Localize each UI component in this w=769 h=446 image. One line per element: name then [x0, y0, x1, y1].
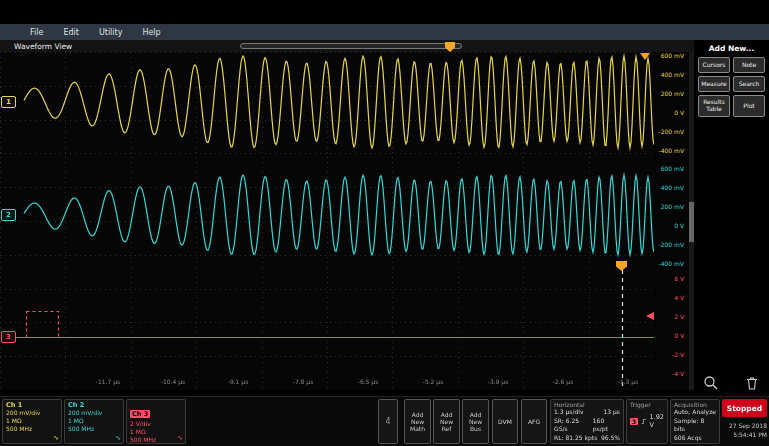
- add-new-button-grid: Cursors Note Measure Search Results Tabl…: [694, 57, 769, 117]
- sine-icon: ∿: [115, 434, 121, 442]
- add-new-math-button[interactable]: Add New Math: [404, 399, 431, 444]
- dvm-button[interactable]: DVM: [492, 399, 518, 444]
- channel-3-scale: 2 V/div: [130, 420, 182, 428]
- channel-4-button[interactable]: 4: [378, 399, 398, 444]
- acquisition-mode: Auto,: [674, 408, 690, 417]
- channel-2-scale: 200 mV/div: [68, 409, 120, 417]
- afg-button[interactable]: AFG: [521, 399, 547, 444]
- channel-3-termination: 1 MΩ: [130, 428, 182, 436]
- menu-utility[interactable]: Utility: [99, 28, 123, 37]
- axis-label: -200 mV: [659, 241, 684, 248]
- axis-label: 200 mV: [661, 90, 684, 97]
- axis-label: -400 mV: [659, 260, 684, 267]
- channel-3-flag[interactable]: 3: [1, 331, 16, 343]
- horizontal-sample-rate: SR: 6.25 GS/s: [554, 417, 593, 434]
- axis-label: 0 V: [674, 332, 684, 339]
- add-new-bus-button[interactable]: Add New Bus: [462, 399, 489, 444]
- channel-2-badge[interactable]: Ch 2 200 mV/div 1 MΩ 500 MHz ∿: [64, 399, 124, 444]
- waveform-display[interactable]: 600 mV400 mV200 mV0 V-200 mV-400 mV600 m…: [0, 52, 694, 390]
- channel-1-badge[interactable]: Ch 1 200 mV/div 1 MΩ 500 MHz ∿: [2, 399, 62, 444]
- time-label: -6.5 μs: [358, 378, 379, 385]
- channel-2-flag[interactable]: 2: [1, 209, 16, 221]
- run-stop-button[interactable]: Stopped: [722, 399, 767, 417]
- menu-help[interactable]: Help: [142, 28, 160, 37]
- trash-icon[interactable]: [743, 374, 761, 392]
- channel-3-bandwidth: 500 MHz: [130, 436, 182, 444]
- cursors-button[interactable]: Cursors: [698, 57, 730, 73]
- axis-label: -4 V: [672, 370, 684, 377]
- time-label: -7.8 μs: [293, 378, 314, 385]
- channel-1-scale: 200 mV/div: [6, 409, 58, 417]
- trigger-source-chip: 3: [630, 418, 638, 425]
- time-label: -3.9 μs: [488, 378, 509, 385]
- datetime: 27 Sep 2018 5:54:41 PM: [710, 421, 767, 439]
- channel-1-name: Ch 1: [6, 401, 58, 409]
- channel-2-termination: 1 MΩ: [68, 417, 120, 425]
- axis-label: -2 V: [672, 351, 684, 358]
- channel-2-name: Ch 2: [68, 401, 120, 409]
- edge-trigger-icon: [641, 416, 646, 427]
- axis-label: 200 mV: [661, 203, 684, 210]
- zoom-icon[interactable]: [702, 374, 720, 392]
- trigger-badge[interactable]: Trigger 3 1.92 V: [626, 399, 668, 444]
- results-table-button[interactable]: Results Table: [698, 95, 730, 117]
- channel-3-badge[interactable]: Ch 3 2 V/div 1 MΩ 500 MHz ∿: [126, 399, 186, 444]
- axis-label: 4 V: [674, 294, 684, 301]
- axis-label: 0 V: [674, 222, 684, 229]
- note-button[interactable]: Note: [733, 57, 765, 73]
- trigger-level: 1.92 V: [650, 413, 664, 429]
- add-new-panel: Add New... Cursors Note Measure Search R…: [694, 40, 769, 396]
- plot-button[interactable]: Plot: [733, 95, 765, 117]
- add-new-ref-button[interactable]: Add New Ref: [433, 399, 460, 444]
- axis-label: 6 V: [674, 275, 684, 282]
- horizontal-trigger-percent: 96.5%: [601, 434, 620, 443]
- tab-waveform-view[interactable]: Waveform View: [14, 42, 72, 51]
- axis-label: 400 mV: [661, 184, 684, 191]
- time-label: -10.4 μs: [161, 378, 185, 385]
- search-button[interactable]: Search: [733, 76, 765, 92]
- channel-1-flag[interactable]: 1: [1, 96, 16, 108]
- axis-label: 0 V: [674, 109, 684, 116]
- trigger-title: Trigger: [630, 401, 664, 408]
- settings-bar: Ch 1 200 mV/div 1 MΩ 500 MHz ∿ Ch 2 200 …: [0, 396, 769, 446]
- acquisition-analyze[interactable]: Analyze: [692, 408, 716, 417]
- measure-button[interactable]: Measure: [698, 76, 730, 92]
- oscilloscope-app: File Edit Utility Help Waveform View 600…: [0, 0, 769, 446]
- sine-icon: ∿: [177, 434, 183, 442]
- channel-1-bandwidth: 500 MHz: [6, 425, 58, 433]
- time-label: -1.3 μs: [618, 378, 639, 385]
- add-new-title: Add New...: [694, 44, 769, 53]
- axis-label: 600 mV: [661, 165, 684, 172]
- graticule-tools: [694, 374, 769, 392]
- acquisition-title: Acquisition: [674, 401, 716, 408]
- axis-label: -200 mV: [659, 128, 684, 135]
- axis-label: 600 mV: [661, 52, 684, 59]
- trigger-corner-indicator: [640, 53, 650, 60]
- pan-position-marker[interactable]: [445, 42, 455, 52]
- horizontal-duration: 13 μs: [604, 408, 621, 417]
- date: 27 Sep 2018: [710, 421, 767, 430]
- acquisition-count: 606 Acqs: [674, 434, 702, 443]
- time: 5:54:41 PM: [710, 430, 767, 439]
- horizontal-title: Horizontal: [554, 401, 620, 408]
- menu-bar: File Edit Utility Help: [0, 24, 769, 40]
- horizontal-badge[interactable]: Horizontal 1.3 μs/div 13 μs SR: 6.25 GS/…: [550, 399, 624, 444]
- view-tab-row: Waveform View: [0, 40, 694, 52]
- time-label: -5.2 μs: [423, 378, 444, 385]
- horizontal-pan-scrollbar[interactable]: [240, 43, 462, 49]
- time-label: -11.7 μs: [96, 378, 120, 385]
- channel-2-bandwidth: 500 MHz: [68, 425, 120, 433]
- channel-3-name: Ch 3: [130, 410, 150, 418]
- horizontal-scale: 1.3 μs/div: [554, 408, 583, 417]
- axis-label: -400 mV: [659, 147, 684, 154]
- waveform-canvas[interactable]: [0, 52, 654, 390]
- sine-icon: ∿: [53, 434, 59, 442]
- axis-label: 400 mV: [661, 71, 684, 78]
- menu-edit[interactable]: Edit: [63, 28, 79, 37]
- horizontal-resolution: 160 ps/pt: [593, 417, 620, 434]
- menu-file[interactable]: File: [30, 28, 43, 37]
- horizontal-record-length: RL: 81.25 kpts: [554, 434, 597, 443]
- time-label: -2.6 μs: [553, 378, 574, 385]
- trigger-level-marker[interactable]: [646, 312, 654, 320]
- channel-1-termination: 1 MΩ: [6, 417, 58, 425]
